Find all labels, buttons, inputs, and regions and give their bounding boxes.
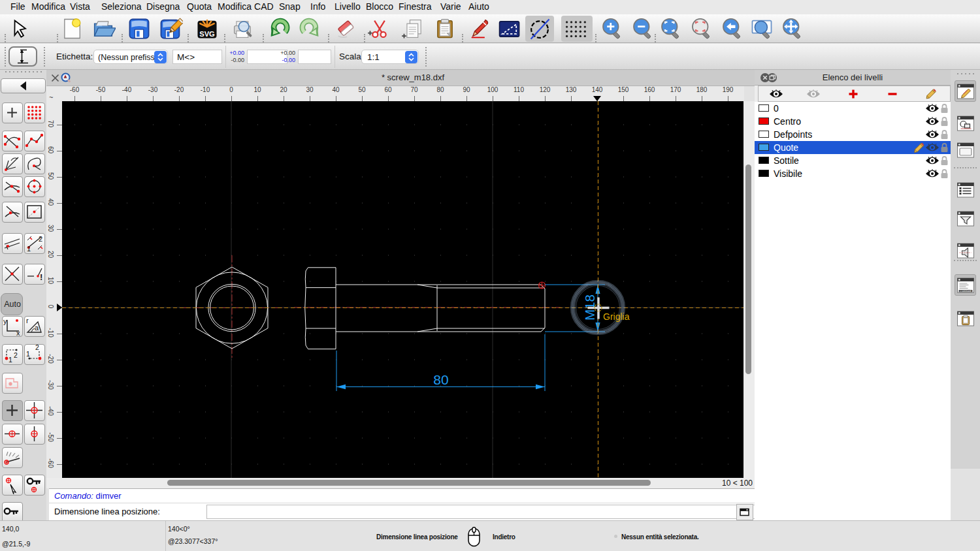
svg-text:!: ! — [40, 272, 42, 282]
svg-text:y: y — [3, 317, 7, 325]
svg-text:Griglia: Griglia — [603, 311, 630, 322]
svg-text:x: x — [16, 329, 20, 336]
svg-text:1: 1 — [26, 350, 30, 358]
svg-text:SVG: SVG — [199, 30, 215, 38]
svg-text:c command: c command — [960, 290, 971, 292]
svg-text:1: 1 — [8, 356, 12, 364]
svg-text:r: r — [26, 317, 29, 324]
svg-text:80: 80 — [433, 372, 448, 387]
svg-text:a: a — [35, 324, 39, 332]
svg-text:1: 1 — [27, 245, 31, 253]
svg-text:2: 2 — [39, 235, 42, 243]
svg-text:2: 2 — [35, 345, 39, 351]
svg-text:2: 2 — [14, 351, 18, 359]
